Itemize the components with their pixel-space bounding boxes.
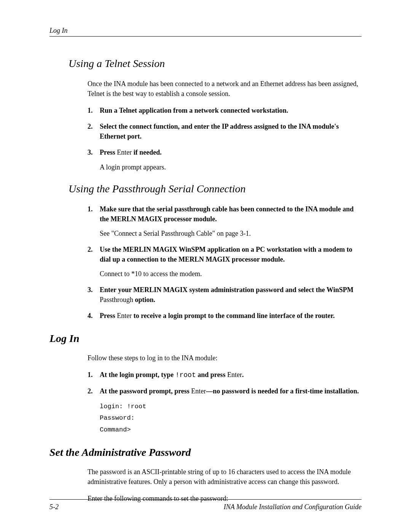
- page: Log In Using a Telnet Session Once the I…: [0, 0, 411, 532]
- telnet-intro: Once the INA module has been connected t…: [88, 79, 362, 99]
- passthrough-step-1-sub: See "Connect a Serial Passthrough Cable"…: [100, 228, 362, 238]
- admin-pw-body: The password is an ASCII-printable strin…: [88, 467, 362, 503]
- passthrough-step-2-sub: Connect to *10 to access the modem.: [100, 269, 362, 279]
- heading-login: Log In: [49, 332, 362, 345]
- heading-passthrough: Using the Passthrough Serial Connection: [68, 183, 362, 195]
- footer: 5-2 INA Module Installation and Configur…: [49, 503, 362, 511]
- telnet-step-1: Run a Telnet application from a network …: [88, 105, 362, 115]
- footer-page-number: 5-2: [49, 503, 59, 511]
- admin-pw-p1: The password is an ASCII-printable strin…: [88, 467, 362, 487]
- admin-pw-p2: Enter the following commands to set the …: [88, 494, 362, 503]
- code-line-1: login: !root: [100, 402, 362, 412]
- heading-telnet: Using a Telnet Session: [68, 58, 362, 70]
- passthrough-step-1: Make sure that the serial passthrough ca…: [88, 204, 362, 238]
- login-step-2: At the password prompt, press Enter—no p…: [88, 386, 362, 396]
- code-line-2: Password:: [100, 414, 362, 423]
- telnet-steps: Run a Telnet application from a network …: [88, 105, 362, 172]
- login-steps: At the login prompt, type !root and pres…: [88, 370, 362, 396]
- passthrough-step-4: Press Enter to receive a login prompt to…: [88, 311, 362, 321]
- code-line-3: Command>: [100, 425, 362, 435]
- telnet-body: Once the INA module has been connected t…: [88, 79, 362, 172]
- login-body: Follow these steps to log in to the INA …: [88, 353, 362, 435]
- telnet-step-3-sub: A login prompt appears.: [100, 162, 362, 172]
- top-rule: [49, 36, 362, 37]
- login-code-block: login: !root Password: Command>: [100, 402, 362, 435]
- login-intro: Follow these steps to log in to the INA …: [88, 353, 362, 363]
- passthrough-step-2: Use the MERLIN MAGIX WinSPM application …: [88, 244, 362, 279]
- footer-rule: [49, 499, 362, 500]
- telnet-step-2: Select the connect function, and enter t…: [88, 121, 362, 141]
- passthrough-steps: Make sure that the serial passthrough ca…: [88, 204, 362, 321]
- passthrough-step-3: Enter your MERLIN MAGIX system administr…: [88, 285, 362, 305]
- footer-book-title: INA Module Installation and Configuratio…: [224, 503, 362, 511]
- login-step-1: At the login prompt, type !root and pres…: [88, 370, 362, 380]
- passthrough-body: Make sure that the serial passthrough ca…: [88, 204, 362, 321]
- running-head: Log In: [49, 27, 362, 35]
- heading-admin-pw: Set the Administrative Password: [49, 446, 362, 459]
- telnet-step-3: Press Enter if needed. A login prompt ap…: [88, 147, 362, 172]
